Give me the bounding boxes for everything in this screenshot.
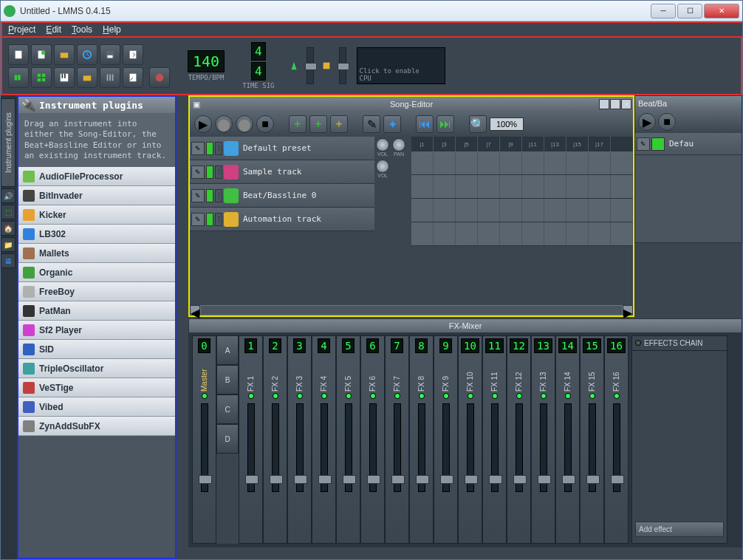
se-minimize-button[interactable]: _ xyxy=(599,99,609,109)
piano-roll-button[interactable] xyxy=(54,67,75,88)
fx-led-icon[interactable] xyxy=(565,393,571,399)
bb-stop-button[interactable]: ■ xyxy=(658,113,676,131)
se-close-button[interactable]: ✕ xyxy=(621,99,631,109)
track-name[interactable]: Sample track xyxy=(240,167,373,177)
fx-fader[interactable] xyxy=(540,403,547,492)
chain-led-icon[interactable] xyxy=(635,340,641,346)
grid-row[interactable] xyxy=(411,175,633,199)
track-mute-button[interactable] xyxy=(206,142,213,155)
track-settings-button[interactable]: ✎ xyxy=(191,142,205,155)
save-project-button[interactable] xyxy=(100,44,120,65)
scroll-right-button[interactable]: ▶ xyxy=(623,305,633,315)
song-editor-titlebar[interactable]: ▣ Song-Editor _ ☐ ✕ xyxy=(190,97,633,112)
add-sample-track-button[interactable]: + xyxy=(309,115,327,133)
fx-fader[interactable] xyxy=(321,403,328,492)
fx-fader[interactable] xyxy=(564,403,572,492)
fx-send-button[interactable]: B xyxy=(216,365,239,395)
track-mute-button[interactable] xyxy=(206,189,213,202)
add-effect-button[interactable]: Add effect xyxy=(635,522,724,537)
instrument-item-vibed[interactable]: Vibed xyxy=(18,397,175,417)
fx-send-button[interactable]: C xyxy=(216,395,239,424)
fx-send-button[interactable]: A xyxy=(216,335,239,365)
track-grip-icon[interactable]: ⋮ xyxy=(215,213,222,226)
fx-mixer-button[interactable] xyxy=(100,67,120,88)
se-maximize-button[interactable]: ☐ xyxy=(610,99,620,109)
fx-fader[interactable] xyxy=(345,403,352,492)
track-settings-button[interactable]: ✎ xyxy=(191,213,205,226)
controller-button[interactable] xyxy=(149,67,170,88)
fx-led-icon[interactable] xyxy=(468,393,473,399)
skip-back-button[interactable]: ⏮ xyxy=(416,115,434,133)
fx-fader[interactable] xyxy=(491,403,499,492)
instrument-item-lb302[interactable]: LB302 xyxy=(18,225,175,244)
automation-button[interactable] xyxy=(77,67,97,88)
instrument-item-audiofileprocessor[interactable]: AudioFileProcessor xyxy=(18,167,175,186)
master-pan-knob[interactable] xyxy=(392,138,405,151)
recent-project-button[interactable] xyxy=(77,44,97,65)
tempo-display[interactable]: 140 xyxy=(188,50,225,72)
sidebar-tab-samples[interactable]: 🔊 xyxy=(1,188,16,203)
instrument-item-vestige[interactable]: VeSTige xyxy=(18,378,175,397)
track-grip-icon[interactable]: ⋮ xyxy=(215,165,222,179)
instrument-item-tripleoscillator[interactable]: TripleOscillator xyxy=(18,359,175,378)
song-grid[interactable]: VOL PAN VOL |1|3|5|7|9|11|13|15|17 xyxy=(374,137,633,305)
bb-editor-button[interactable] xyxy=(31,67,52,88)
fx-strip[interactable]: 15 FX 15 xyxy=(580,335,604,544)
instrument-item-sid[interactable]: SID xyxy=(18,340,175,359)
fx-led-icon[interactable] xyxy=(516,393,522,399)
zoom-display[interactable]: 100% xyxy=(490,117,524,131)
draw-mode-button[interactable]: ✎ xyxy=(363,115,380,133)
fx-strip[interactable]: 9 FX 9 xyxy=(434,335,458,544)
bb-play-button[interactable]: ▶ xyxy=(638,113,656,131)
fx-strip[interactable]: 8 FX 8 xyxy=(409,335,434,544)
fx-led-icon[interactable] xyxy=(419,393,425,399)
track-name[interactable]: Automation track xyxy=(240,214,373,224)
cpu-meter[interactable]: Click to enable CPU xyxy=(357,47,445,84)
grid-row[interactable] xyxy=(411,222,633,246)
track-mute-button[interactable] xyxy=(206,213,213,226)
fx-fader[interactable] xyxy=(247,403,255,492)
new-project-button[interactable] xyxy=(8,44,29,65)
menu-help[interactable]: Help xyxy=(103,24,121,35)
fx-strip[interactable]: 13 FX 13 xyxy=(531,335,555,544)
track-name[interactable]: Beat/Bassline 0 xyxy=(240,191,373,200)
fx-strip[interactable]: 1 FX 1 xyxy=(239,335,263,544)
maximize-button[interactable]: ☐ xyxy=(677,4,702,18)
add-bb-track-button[interactable]: + xyxy=(289,115,307,133)
fx-led-icon[interactable] xyxy=(321,393,327,399)
bb-track-mute-button[interactable] xyxy=(651,137,665,151)
scroll-left-button[interactable]: ◀ xyxy=(190,305,200,315)
bb-track-settings-button[interactable]: ✎ xyxy=(637,137,650,151)
open-project-button[interactable] xyxy=(54,44,75,65)
fx-led-icon[interactable] xyxy=(589,393,595,399)
fx-led-icon[interactable] xyxy=(492,393,498,399)
track-name[interactable]: Default preset xyxy=(240,143,373,153)
zoom-button[interactable]: 🔍 xyxy=(469,115,487,133)
sidebar-tab-presets[interactable]: ⬚ xyxy=(1,205,16,219)
instrument-item-bitinvader[interactable]: BitInvader xyxy=(18,186,175,205)
sidebar-tab-instruments[interactable]: Instrument plugins xyxy=(1,98,16,187)
sidebar-tab-projects[interactable]: 📁 xyxy=(1,237,16,252)
track-settings-button[interactable]: ✎ xyxy=(191,189,205,202)
grid-row[interactable] xyxy=(411,151,633,175)
record-button[interactable]: ⬤ xyxy=(215,115,233,133)
fx-led-icon[interactable] xyxy=(202,393,208,399)
fx-fader[interactable] xyxy=(296,403,304,492)
track-vol-knob[interactable] xyxy=(376,160,389,173)
fx-fader[interactable] xyxy=(467,403,474,492)
fx-fader[interactable] xyxy=(613,403,620,492)
timesig-den-display[interactable]: 4 xyxy=(251,62,266,81)
master-volume-slider[interactable] xyxy=(307,47,314,84)
fx-strip[interactable]: 2 FX 2 xyxy=(263,335,287,544)
fx-fader[interactable] xyxy=(272,403,279,492)
notes-button[interactable] xyxy=(123,67,143,88)
minimize-button[interactable]: ─ xyxy=(651,4,676,18)
fx-led-icon[interactable] xyxy=(248,393,254,399)
instrument-item-zynaddsubfx[interactable]: ZynAddSubFX xyxy=(18,417,175,436)
fx-strip[interactable]: 14 FX 14 xyxy=(555,335,580,544)
stop-button[interactable]: ■ xyxy=(256,115,274,133)
fx-led-icon[interactable] xyxy=(614,393,620,399)
record-play-button[interactable]: ⬤ xyxy=(236,115,253,133)
fx-strip[interactable]: 6 FX 6 xyxy=(360,335,385,544)
add-automation-track-button[interactable]: + xyxy=(330,115,348,133)
